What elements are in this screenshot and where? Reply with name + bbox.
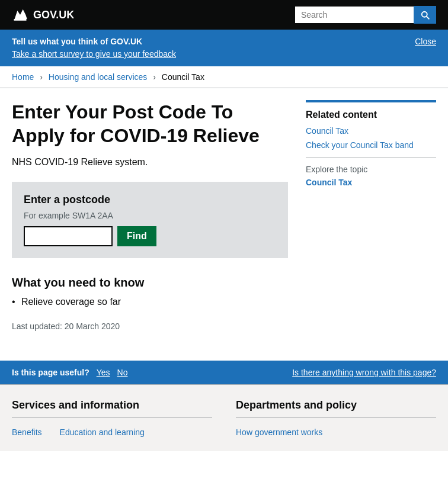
- footer-departments-title: Departments and policy: [236, 399, 436, 418]
- postcode-find-button[interactable]: Find: [117, 226, 156, 246]
- feedback-question: Is this page useful?: [12, 368, 89, 377]
- breadcrumb-current: Council Tax: [162, 72, 204, 82]
- section-heading: What you need to know: [12, 276, 288, 290]
- page-intro: NHS COVID-19 Relieve system.: [12, 157, 288, 168]
- site-footer: Services and information Benefits Educat…: [0, 384, 448, 451]
- sidebar-related-title: Related content: [306, 110, 436, 120]
- postcode-label: Enter a postcode: [24, 194, 276, 206]
- sidebar-related: Related content Council Tax Check your C…: [306, 100, 436, 187]
- svg-marker-0: [15, 9, 27, 19]
- breadcrumb-parent[interactable]: Housing and local services: [49, 72, 148, 82]
- footer-services-col: Services and information Benefits Educat…: [12, 399, 212, 437]
- footer-services-title: Services and information: [12, 399, 212, 418]
- breadcrumb-sep-1: ›: [40, 72, 43, 82]
- feedback-report-link[interactable]: Is there anything wrong with this page?: [292, 368, 436, 377]
- survey-close-button[interactable]: Close: [415, 37, 436, 46]
- search-icon: [420, 9, 430, 20]
- sidebar-divider: [306, 157, 436, 158]
- svg-rect-1: [14, 19, 27, 21]
- site-header: GOV.UK: [0, 0, 448, 30]
- search-form: [295, 6, 436, 24]
- feedback-yes[interactable]: Yes: [97, 368, 110, 377]
- main-content: Enter Your Post Code To Apply for COVID-…: [12, 100, 288, 343]
- postcode-example: For example SW1A 2AA: [24, 211, 276, 220]
- footer-departments-col: Departments and policy How government wo…: [236, 399, 436, 437]
- footer-grid: Services and information Benefits Educat…: [12, 399, 436, 437]
- sidebar-explore-label: Explore the topic: [306, 165, 436, 174]
- postcode-input[interactable]: [24, 226, 113, 246]
- search-input[interactable]: [295, 7, 414, 23]
- footer-link-how-gov-works[interactable]: How government works: [236, 427, 322, 437]
- feedback-no[interactable]: No: [117, 368, 128, 377]
- footer-departments-links: How government works: [236, 427, 436, 437]
- sidebar: Related content Council Tax Check your C…: [306, 100, 436, 343]
- main-layout: Enter Your Post Code To Apply for COVID-…: [0, 88, 448, 355]
- footer-link-benefits[interactable]: Benefits: [12, 427, 42, 437]
- last-updated: Last updated: 20 March 2020: [12, 322, 288, 331]
- survey-banner-link[interactable]: Take a short survey to give us your feed…: [12, 49, 176, 59]
- survey-banner-title: Tell us what you think of GOV.UK: [12, 37, 436, 46]
- breadcrumb-sep-2: ›: [153, 72, 156, 82]
- crown-icon: [12, 7, 28, 23]
- breadcrumb-home[interactable]: Home: [12, 72, 34, 82]
- gov-logo-text: GOV.UK: [33, 9, 74, 21]
- survey-banner: Tell us what you think of GOV.UK Take a …: [0, 30, 448, 66]
- footer-link-education[interactable]: Education and learning: [60, 427, 145, 437]
- sidebar-explore-link[interactable]: Council Tax: [306, 178, 436, 187]
- list-item: Relieve coverage so far: [12, 297, 288, 307]
- breadcrumb: Home › Housing and local services › Coun…: [0, 66, 448, 88]
- sidebar-link-check-band[interactable]: Check your Council Tax band: [306, 140, 436, 150]
- sidebar-link-council-tax[interactable]: Council Tax: [306, 126, 436, 136]
- page-title: Enter Your Post Code To Apply for COVID-…: [12, 100, 288, 147]
- feedback-left: Is this page useful? Yes No: [12, 368, 127, 377]
- footer-services-links: Benefits Education and learning: [12, 427, 212, 437]
- postcode-box: Enter a postcode For example SW1A 2AA Fi…: [12, 182, 288, 258]
- bullet-list: Relieve coverage so far: [12, 297, 288, 307]
- feedback-bar: Is this page useful? Yes No Is there any…: [0, 361, 448, 384]
- postcode-form: Find: [24, 226, 276, 246]
- gov-logo[interactable]: GOV.UK: [12, 7, 74, 23]
- search-button[interactable]: [414, 6, 436, 24]
